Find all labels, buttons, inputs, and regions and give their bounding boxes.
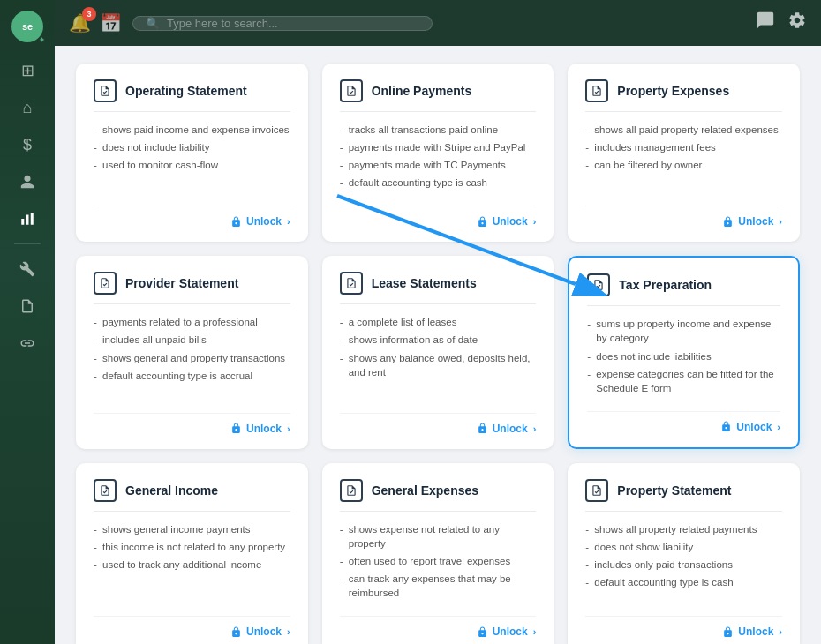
list-item: this income is not related to any proper… <box>94 540 290 554</box>
list-item: shows general and property transactions <box>94 351 290 365</box>
settings-icon[interactable] <box>787 11 807 35</box>
unlock-button[interactable]: Unlock › <box>722 625 782 638</box>
doc-icon[interactable] <box>11 290 43 322</box>
card-header: General Income <box>94 479 290 512</box>
card-header: Provider Statement <box>94 272 290 304</box>
sidebar: se ⊞ ⌂ $ <box>0 0 55 644</box>
card-header: General Expenses <box>340 479 537 512</box>
chevron-right-icon: › <box>779 216 782 227</box>
lock-icon <box>477 423 488 434</box>
notification-badge: 3 <box>82 7 96 21</box>
home-icon[interactable]: ⌂ <box>11 92 43 124</box>
card-title: General Income <box>125 483 218 498</box>
search-bar[interactable]: 🔍 <box>132 16 433 31</box>
main-area: 🔔 3 📅 🔍 Operating Statementshows paid in… <box>55 0 821 644</box>
card-footer: Unlock › <box>94 616 290 638</box>
grid-icon[interactable]: ⊞ <box>11 55 43 86</box>
list-item: shows information as of date <box>340 333 537 347</box>
card-header: Operating Statement <box>94 79 290 112</box>
card-body: tracks all transactions paid onlinepayme… <box>340 123 537 193</box>
list-item: includes all unpaid bills <box>94 333 290 347</box>
list-item: includes only paid transactions <box>585 558 782 572</box>
lock-icon <box>230 626 242 638</box>
list-item: often used to report travel expenses <box>340 554 537 568</box>
chevron-right-icon: › <box>533 216 537 227</box>
unlock-button[interactable]: Unlock › <box>230 423 290 435</box>
notification-icon[interactable]: 🔔 3 <box>69 12 91 34</box>
card-footer: Unlock › <box>585 206 782 228</box>
card-footer: Unlock › <box>587 411 780 433</box>
lock-icon <box>477 216 488 228</box>
report-icon <box>94 79 117 102</box>
report-icon <box>585 79 608 102</box>
unlock-button[interactable]: Unlock › <box>230 625 290 638</box>
list-item: used to track any additional income <box>94 558 290 572</box>
card-header: Property Statement <box>585 479 782 512</box>
report-icon <box>585 479 608 502</box>
topnav-right-icons <box>756 11 807 35</box>
card-general-expenses[interactable]: General Expensesshows expense not relate… <box>322 463 554 644</box>
lock-icon <box>722 626 734 638</box>
tools-icon[interactable] <box>11 253 43 285</box>
link-icon[interactable] <box>11 327 43 359</box>
list-item: tracks all transactions paid online <box>340 123 537 137</box>
people-icon[interactable] <box>11 166 43 198</box>
search-icon: 🔍 <box>146 17 160 30</box>
search-input[interactable] <box>167 17 419 30</box>
lock-icon <box>477 626 488 638</box>
chevron-right-icon: › <box>779 626 782 637</box>
unlock-button[interactable]: Unlock › <box>477 215 537 228</box>
card-provider-statement[interactable]: Provider Statementpayments related to a … <box>76 256 308 448</box>
list-item: can be filtered by owner <box>585 158 782 172</box>
card-lease-statements[interactable]: Lease Statementsa complete list of lease… <box>322 256 554 448</box>
card-footer: Unlock › <box>585 616 782 638</box>
calendar-icon[interactable]: 📅 <box>100 12 122 34</box>
card-body: payments related to a professionalinclud… <box>94 315 290 400</box>
report-icon <box>94 479 117 502</box>
card-footer: Unlock › <box>94 206 290 228</box>
list-item: shows all paid property related expenses <box>585 123 782 137</box>
card-title: Online Payments <box>372 84 472 98</box>
unlock-button[interactable]: Unlock › <box>477 625 537 638</box>
topnav: 🔔 3 📅 🔍 <box>55 0 821 46</box>
chevron-right-icon: › <box>287 216 290 227</box>
list-item: does not show liability <box>585 540 782 554</box>
card-header: Tax Preparation <box>587 273 780 306</box>
chevron-right-icon: › <box>533 423 537 434</box>
unlock-button[interactable]: Unlock › <box>230 215 290 228</box>
list-item: sums up property income and expense by c… <box>587 317 780 345</box>
unlock-button[interactable]: Unlock › <box>722 215 782 228</box>
card-header: Lease Statements <box>340 272 537 304</box>
unlock-button[interactable]: Unlock › <box>477 423 537 435</box>
card-body: shows all paid property related expenses… <box>585 123 782 193</box>
avatar[interactable]: se <box>11 11 43 42</box>
unlock-button[interactable]: Unlock › <box>720 421 780 433</box>
card-body: shows general income paymentsthis income… <box>94 522 290 603</box>
card-title: Provider Statement <box>125 276 238 290</box>
report-icon <box>340 79 363 102</box>
cards-grid: Operating Statementshows paid income and… <box>55 46 821 644</box>
card-operating-statement[interactable]: Operating Statementshows paid income and… <box>76 64 308 242</box>
card-general-income[interactable]: General Incomeshows general income payme… <box>76 463 308 644</box>
message-icon[interactable] <box>756 11 775 35</box>
dollar-icon[interactable]: $ <box>11 129 43 161</box>
list-item: shows general income payments <box>94 522 290 536</box>
card-online-payments[interactable]: Online Paymentstracks all transactions p… <box>322 64 554 242</box>
report-icon <box>587 273 610 296</box>
list-item: default accounting type is cash <box>340 176 537 190</box>
card-footer: Unlock › <box>340 413 537 435</box>
card-footer: Unlock › <box>94 413 290 435</box>
lock-icon <box>720 421 732 432</box>
list-item: includes management fees <box>585 140 782 154</box>
card-tax-preparation[interactable]: Tax Preparationsums up property income a… <box>568 256 800 448</box>
list-item: payments made with Stripe and PayPal <box>340 140 537 154</box>
card-property-statement[interactable]: Property Statementshows all property rel… <box>568 463 800 644</box>
card-title: Lease Statements <box>372 276 477 290</box>
card-property-expenses[interactable]: Property Expensesshows all paid property… <box>568 64 800 242</box>
report-icon <box>340 272 363 295</box>
unlock-label: Unlock <box>246 423 282 435</box>
sidebar-divider <box>14 243 41 244</box>
card-header: Property Expenses <box>585 79 782 112</box>
list-item: shows any balance owed, deposits held, a… <box>340 351 537 379</box>
chart-icon[interactable] <box>11 203 43 235</box>
